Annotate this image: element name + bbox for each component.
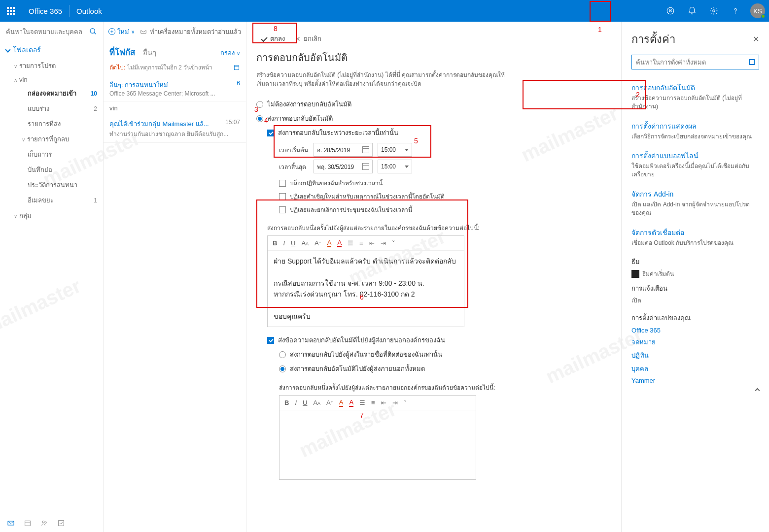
settings-search-input[interactable] [636,59,749,66]
filter-dropdown[interactable]: กรอง ∨ [220,48,240,58]
brand-outlook[interactable]: Outlook [70,7,109,15]
outdent-icon[interactable]: ⇤ [369,239,375,247]
fontcolor-icon[interactable]: A [337,239,342,247]
settings-item-connectors[interactable]: จัดการตัวเชื่อมต่อ เชื่อมต่อ Outlook กับ… [631,222,759,252]
checkbox-period[interactable]: ส่งการตอบกลับในระหว่างระยะเวลานี้เท่านั้… [256,126,611,140]
message-item[interactable]: 15:07 คุณได้เข้าร่วมกลุ่ม Mailmaster แล้… [104,115,246,143]
skype-icon[interactable] [660,0,681,22]
end-date-input[interactable]: พฤ. 30/5/2019 [314,160,373,173]
numbering-icon[interactable]: ≡ [359,239,363,247]
checkbox-cancel-meetings[interactable]: ปฏิเสธและยกเลิกการประชุมของฉันในช่วงเวลา… [256,203,611,216]
help-icon[interactable] [725,0,746,22]
folder-deleted[interactable]: ∨รายการที่ถูกลบ [0,132,103,147]
settings-search[interactable] [631,55,759,69]
settings-link-calendar[interactable]: ปฏิทิน [631,349,759,362]
settings-link-mail[interactable]: จดหมาย [631,335,759,349]
fontfamily-icon[interactable]: A˅ [315,239,321,247]
indent-icon[interactable]: ⇥ [381,239,386,247]
settings-item-autoreply[interactable]: การตอบกลับอัตโนมัติ สร้างข้อความการตอบกล… [631,77,759,116]
settings-item-offline[interactable]: การตั้งค่าแบบออฟไลน์ ใช้คอมพิวเตอร์เครื่… [631,145,759,184]
folder-drafts[interactable]: แบบร่าง2 [0,101,103,116]
bullets-icon[interactable]: ☰ [348,239,353,247]
checkbox-external[interactable]: ส่งข้อความตอบกลับอัตโนมัติไปยังผู้ส่งภาย… [256,333,611,347]
highlight-icon[interactable]: A [327,239,332,247]
settings-item-addins[interactable]: จัดการ Add-in เปิด และปิด Add-in จากผู้จ… [631,184,759,222]
start-date-input[interactable]: อ. 28/5/2019 [314,143,373,157]
editor-toolbar[interactable]: B I U AA A˅ A A ☰ ≡ ⇤ ⇥ ˅ [280,396,476,410]
settings-theme[interactable]: ธีมค่าเริ่มต้น [631,269,759,278]
folder-sent[interactable]: รายการที่ส่ง [0,116,103,132]
bold-icon[interactable]: B [273,239,277,247]
settings-link-people[interactable]: บุคคล [631,362,759,375]
fontfamily-icon[interactable]: A˅ [326,399,333,406]
indent-icon[interactable]: ⇥ [392,399,398,406]
fontsize-icon[interactable]: AA [301,239,309,247]
fontcolor-icon[interactable]: A [349,399,353,407]
outdent-icon[interactable]: ⇤ [381,399,386,406]
tab-focused[interactable]: ที่โฟกัส [109,45,135,59]
folder-favorites[interactable]: ∨รายการโปรด [0,58,103,73]
brand-office[interactable]: Office 365 [22,7,69,15]
agenda-next-text: ไม่มีเหตุการณ์ในอีก 2 วันข้างหน้า [127,64,212,71]
ok-button[interactable]: ตกลง [261,33,285,44]
close-icon[interactable]: ✕ [753,34,759,44]
editor-body[interactable] [280,410,476,479]
bullets-icon[interactable]: ☰ [359,399,365,406]
radio-autoreply-off[interactable]: ไม่ต้องส่งการตอบกลับอัตโนมัติ [256,97,611,111]
settings-link-office365[interactable]: Office 365 [631,325,759,335]
tab-other[interactable]: อื่นๆ [143,47,156,59]
editor-body[interactable]: ฝ่าย Support ได้รับอีเมลแล้วครับ ดำเนินก… [268,251,464,327]
folder-junk[interactable]: อีเมลขยะ1 [0,193,103,208]
numbering-icon[interactable]: ≡ [371,399,375,406]
radio-ext-contacts[interactable]: ส่งการตอบกลับไปยังผู้ส่งในรายชื่อที่ติดต… [256,347,611,362]
radio-icon [256,115,263,122]
agenda-calendar-icon[interactable] [233,64,240,71]
radio-autoreply-on[interactable]: ส่งการตอบกลับอัตโนมัติ [256,111,611,126]
more-icon[interactable]: ˅ [404,399,407,406]
highlight-icon[interactable]: A [339,399,344,407]
message-item[interactable]: 6 อื่นๆ: การสนทนาใหม่ Office 365 Message… [104,76,246,101]
expand-icon[interactable] [749,59,755,65]
folder-notes[interactable]: บันทึกย่อ [0,162,103,177]
italic-icon[interactable]: I [283,239,285,247]
folder-account[interactable]: ∧vin [0,73,103,86]
radio-ext-all[interactable]: ส่งการตอบกลับอัตโนมัติไปยังผู้ส่งภายนอกท… [256,362,611,376]
notifications-icon[interactable] [681,0,703,22]
fontsize-icon[interactable]: AA [313,399,320,406]
search-input[interactable] [6,28,89,35]
settings-notifications[interactable]: เปิด [631,296,759,305]
search-icon[interactable] [89,28,97,35]
external-reply-editor[interactable]: B I U AA A˅ A A ☰ ≡ ⇤ ⇥ ˅ [279,395,476,480]
end-time-input[interactable]: 15:00 [378,160,412,173]
folder-groups[interactable]: ∨กลุ่ม [0,208,103,223]
folder-archive[interactable]: เก็บถาวร [0,147,103,162]
checkbox-block-calendar[interactable]: บล็อกปฏิทินของฉันสำหรับช่วงเวลานี้ [256,176,611,190]
more-icon[interactable]: ˅ [392,239,395,247]
bold-icon[interactable]: B [284,399,289,406]
settings-item-display[interactable]: การตั้งค่าการแสดงผล เลือกวิธีการจัดระเบี… [631,116,759,146]
people-icon[interactable] [40,519,48,527]
tasks-icon[interactable] [57,519,65,527]
checkbox-decline-new[interactable]: ปฏิเสธคำเชิญใหม่สำหรับเหตุการณ์ในช่วงเวล… [256,190,611,203]
user-avatar[interactable]: KS [750,3,765,18]
cancel-button[interactable]: ✕ยกเลิก [295,33,321,44]
folders-header[interactable]: โฟลเดอร์ [0,41,103,58]
calendar-icon[interactable] [24,519,32,527]
chevron-up-icon[interactable] [755,388,760,393]
underline-icon[interactable]: U [291,239,295,247]
internal-reply-label: ส่งการตอบกลับหนึ่งครั้งไปยังผู้ส่งแต่ละร… [267,223,611,233]
settings-link-yammer[interactable]: Yammer [631,375,759,386]
settings-gear-icon[interactable] [703,0,725,22]
start-time-input[interactable]: 15:00 [378,143,412,157]
folder-inbox[interactable]: กล่องจดหมายเข้า10 [0,86,103,101]
editor-toolbar[interactable]: B I U AA A˅ A A ☰ ≡ ⇤ ⇥ ˅ [268,236,464,251]
app-launcher-icon[interactable] [0,0,22,22]
underline-icon[interactable]: U [303,399,307,406]
mail-icon[interactable] [7,519,15,527]
italic-icon[interactable]: I [295,399,297,406]
internal-reply-editor[interactable]: B I U AA A˅ A A ☰ ≡ ⇤ ⇥ ˅ ฝ่าย Support ไ… [267,235,464,327]
folder-convhistory[interactable]: ประวัติการสนทนา [0,177,103,193]
mark-all-read[interactable]: ทำเครื่องหมายทั้งหมดว่าอ่านแล้ว [140,27,241,37]
new-button[interactable]: +ใหม่ ∨ [108,27,135,37]
msg-preview: ทำงานร่วมกันอย่างชาญฉลาด ยินดีต้อนรับสู่… [109,129,240,138]
